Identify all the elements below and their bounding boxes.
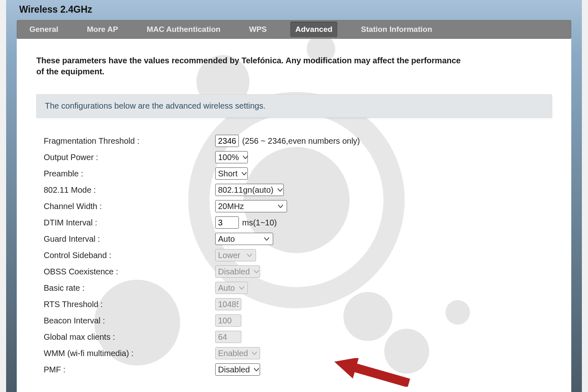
label-channel-width: Channel Width :: [44, 202, 215, 211]
channel-width-select[interactable]: 20MHz: [215, 200, 287, 212]
row-80211-mode: 802.11 Mode : 802.11gn(auto): [36, 184, 552, 196]
chevron-down-icon: [254, 269, 259, 274]
tab-more-ap[interactable]: More AP: [82, 22, 123, 37]
content-panel: General More AP MAC Authentication WPS A…: [17, 20, 571, 392]
obss-coexistence-select: Disabled: [215, 265, 260, 278]
wmm-select: Enabled: [215, 347, 260, 359]
row-pmf: PMF : Disabled: [36, 363, 552, 376]
row-wmm: WMM (wi-fi multimedia) : Enabled: [36, 347, 552, 359]
advanced-settings-form: Fragmentation Threshold : (256 ~ 2346,ev…: [36, 135, 552, 376]
row-basic-rate: Basic rate : Auto: [36, 282, 552, 294]
page-title: Wireless 2.4GHz: [17, 0, 571, 18]
tab-bar: General More AP MAC Authentication WPS A…: [17, 20, 571, 39]
chevron-down-icon: [243, 154, 248, 160]
label-obss-coexistence: OBSS Coexistence :: [44, 267, 215, 276]
chevron-down-icon: [278, 203, 283, 209]
row-guard-interval: Guard Interval : Auto: [36, 233, 552, 245]
control-sideband-select: Lower: [215, 249, 256, 261]
label-pmf: PMF :: [44, 365, 215, 374]
tab-general[interactable]: General: [24, 22, 63, 37]
label-global-max-clients: Global max clients :: [44, 332, 215, 342]
tab-wps[interactable]: WPS: [244, 22, 272, 37]
row-dtim-interval: DTIM Interval : ms(1~10): [36, 216, 552, 229]
row-rts-threshold: RTS Threshold :: [36, 298, 552, 310]
dtim-interval-input[interactable]: [215, 216, 239, 229]
row-beacon-interval: Beacon Interval :: [36, 314, 552, 327]
fragmentation-threshold-hint: (256 ~ 2346,even numbers only): [242, 136, 360, 146]
fragmentation-threshold-input[interactable]: [215, 135, 239, 147]
chevron-down-icon: [242, 171, 247, 176]
label-wmm: WMM (wi-fi multimedia) :: [44, 349, 215, 358]
chevron-down-icon: [254, 367, 259, 372]
label-fragmentation-threshold: Fragmentation Threshold :: [44, 136, 215, 146]
chevron-down-icon: [278, 187, 283, 193]
row-global-max-clients: Global max clients :: [36, 331, 552, 343]
label-output-power: Output Power :: [44, 153, 215, 162]
row-fragmentation-threshold: Fragmentation Threshold : (256 ~ 2346,ev…: [36, 135, 552, 147]
global-max-clients-input: [215, 331, 241, 343]
label-basic-rate: Basic rate :: [44, 283, 215, 293]
dtim-interval-hint: ms(1~10): [242, 218, 277, 227]
output-power-select[interactable]: 100%: [215, 151, 248, 163]
mode-80211-select[interactable]: 802.11gn(auto): [215, 184, 284, 196]
chevron-down-icon: [252, 350, 257, 356]
label-guard-interval: Guard Interval :: [44, 234, 215, 244]
tab-mac-authentication[interactable]: MAC Authentication: [142, 22, 225, 37]
label-dtim-interval: DTIM Interval :: [44, 218, 215, 227]
label-control-sideband: Control Sideband :: [44, 251, 215, 260]
warning-text: These parameters have the values recomme…: [36, 55, 469, 77]
chevron-down-icon: [239, 285, 244, 291]
label-beacon-interval: Beacon Interval :: [44, 316, 215, 325]
label-rts-threshold: RTS Threshold :: [44, 300, 215, 309]
beacon-interval-input: [215, 314, 241, 327]
window-frame: Wireless 2.4GHz General More AP MAC Auth…: [6, 0, 582, 392]
label-preamble: Preamble :: [44, 169, 215, 178]
row-preamble: Preamble : Short: [36, 167, 552, 180]
row-control-sideband: Control Sideband : Lower: [36, 249, 552, 261]
row-output-power: Output Power : 100%: [36, 151, 552, 163]
info-bar: The configurations below are the advance…: [36, 94, 552, 118]
label-80211-mode: 802.11 Mode :: [44, 185, 215, 195]
chevron-down-icon: [264, 236, 270, 242]
chevron-down-icon: [247, 252, 252, 258]
preamble-select[interactable]: Short: [215, 167, 248, 180]
basic-rate-select: Auto: [215, 282, 248, 294]
rts-threshold-input: [215, 298, 241, 310]
tab-station-information[interactable]: Station Information: [356, 22, 437, 37]
guard-interval-select[interactable]: Auto: [215, 233, 273, 245]
row-obss-coexistence: OBSS Coexistence : Disabled: [36, 265, 552, 278]
pmf-select[interactable]: Disabled: [215, 363, 260, 376]
tab-advanced[interactable]: Advanced: [290, 22, 337, 37]
row-channel-width: Channel Width : 20MHz: [36, 200, 552, 212]
